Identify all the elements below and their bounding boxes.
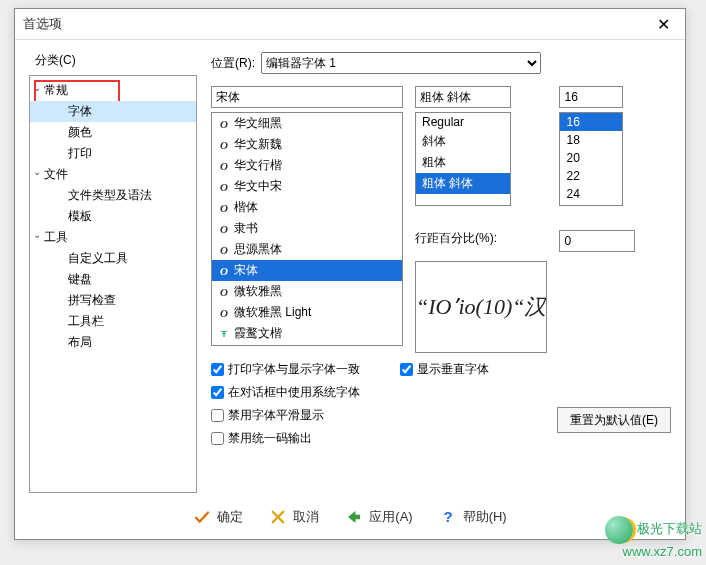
ok-button[interactable]: 确定 xyxy=(193,508,243,526)
check-icon xyxy=(193,508,211,526)
opentype-font-icon: O xyxy=(218,307,230,319)
category-tree[interactable]: ⌄常规字体颜色打印⌄文件文件类型及语法模板⌄工具自定义工具键盘拼写检查工具栏布局 xyxy=(29,75,197,493)
truetype-font-icon: Ŧ xyxy=(218,329,230,339)
tree-item-label: 字体 xyxy=(68,104,92,118)
dialog-button-bar: 确定 取消 应用(A) ? 帮助(H) xyxy=(15,492,685,536)
font-style-listbox[interactable]: Regular斜体粗体粗体 斜体 xyxy=(415,112,511,206)
tree-item[interactable]: 模板 xyxy=(30,206,196,227)
line-spacing-label: 行距百分比(%): xyxy=(415,230,497,247)
cancel-button[interactable]: 取消 xyxy=(269,508,319,526)
location-select[interactable]: 编辑器字体 1 xyxy=(261,52,541,74)
font-size-input[interactable] xyxy=(559,86,623,108)
tree-twisty-icon[interactable]: ⌄ xyxy=(32,166,42,177)
tree-item-label: 文件类型及语法 xyxy=(68,188,152,202)
opentype-font-icon: O xyxy=(218,181,230,193)
tree-twisty-icon[interactable]: ⌄ xyxy=(32,229,42,240)
apply-button[interactable]: 应用(A) xyxy=(345,508,412,526)
font-list-item[interactable]: O华文细黑 xyxy=(212,113,402,134)
tree-item-label: 拼写检查 xyxy=(68,293,116,307)
question-icon: ? xyxy=(439,508,457,526)
size-list-item[interactable]: 18 xyxy=(560,131,622,149)
size-list-item[interactable]: 22 xyxy=(560,167,622,185)
font-list-item[interactable]: O华文中宋 xyxy=(212,176,402,197)
checkbox-row[interactable]: 禁用字体平滑显示 xyxy=(211,404,360,427)
tree-item[interactable]: 布局 xyxy=(30,332,196,353)
help-button[interactable]: ? 帮助(H) xyxy=(439,508,507,526)
font-list-item[interactable]: O新宋体 xyxy=(212,344,402,346)
tree-item-label: 打印 xyxy=(68,146,92,160)
tree-item[interactable]: 键盘 xyxy=(30,269,196,290)
font-list-item[interactable]: Ŧ霞鹜文楷 xyxy=(212,323,402,344)
tree-item[interactable]: ⌄工具 xyxy=(30,227,196,248)
tree-item[interactable]: 拼写检查 xyxy=(30,290,196,311)
tree-item[interactable]: 颜色 xyxy=(30,122,196,143)
opentype-font-icon: O xyxy=(218,160,230,172)
checkbox[interactable] xyxy=(400,363,413,376)
tree-item[interactable]: ⌄文件 xyxy=(30,164,196,185)
style-list-item[interactable]: 斜体 xyxy=(416,131,510,152)
font-listbox[interactable]: O华文细黑O华文新魏O华文行楷O华文中宋O楷体O隶书O思源黑体O宋体O微软雅黑O… xyxy=(211,112,403,346)
opentype-font-icon: O xyxy=(218,265,230,277)
font-list-item[interactable]: O宋体 xyxy=(212,260,402,281)
tree-twisty-icon[interactable]: ⌄ xyxy=(32,82,42,93)
location-label: 位置(R): xyxy=(211,55,255,72)
font-list-item[interactable]: O楷体 xyxy=(212,197,402,218)
font-preview: “IOʼio(10)“汉 xyxy=(415,261,547,353)
tree-item-label: 自定义工具 xyxy=(68,251,128,265)
style-list-item[interactable]: 粗体 斜体 xyxy=(416,173,510,194)
checkbox[interactable] xyxy=(211,363,224,376)
apply-arrow-icon xyxy=(345,508,363,526)
checkbox[interactable] xyxy=(211,409,224,422)
tree-item-label: 键盘 xyxy=(68,272,92,286)
font-input[interactable] xyxy=(211,86,403,108)
checkbox-row[interactable]: 显示垂直字体 xyxy=(400,358,671,381)
tree-item[interactable]: 文件类型及语法 xyxy=(30,185,196,206)
tree-item[interactable]: 自定义工具 xyxy=(30,248,196,269)
font-list-item[interactable]: O微软雅黑 Light xyxy=(212,302,402,323)
font-list-item[interactable]: O华文新魏 xyxy=(212,134,402,155)
reset-defaults-button[interactable]: 重置为默认值(E) xyxy=(557,407,671,433)
tree-item[interactable]: 打印 xyxy=(30,143,196,164)
checkbox-row[interactable]: 禁用统一码输出 xyxy=(211,427,360,450)
font-list-item[interactable]: O微软雅黑 xyxy=(212,281,402,302)
tree-item-label: 常规 xyxy=(44,83,68,97)
opentype-font-icon: O xyxy=(218,286,230,298)
size-list-item[interactable]: 24 xyxy=(560,185,622,203)
font-style-input[interactable] xyxy=(415,86,511,108)
tree-item-label: 模板 xyxy=(68,209,92,223)
checkbox-row[interactable]: 打印字体与显示字体一致 xyxy=(211,358,360,381)
font-list-item[interactable]: O华文行楷 xyxy=(212,155,402,176)
size-list-item[interactable]: 20 xyxy=(560,149,622,167)
tree-item[interactable]: ⌄常规 xyxy=(30,80,196,101)
tree-item-label: 工具 xyxy=(44,230,68,244)
font-list-item[interactable]: O思源黑体 xyxy=(212,239,402,260)
style-list-item[interactable]: 粗体 xyxy=(416,152,510,173)
tree-item-label: 布局 xyxy=(68,335,92,349)
font-size-listbox[interactable]: 1618202224 xyxy=(559,112,623,206)
opentype-font-icon: O xyxy=(218,202,230,214)
opentype-font-icon: O xyxy=(218,118,230,130)
style-list-item[interactable]: Regular xyxy=(416,113,510,131)
opentype-font-icon: O xyxy=(218,139,230,151)
dialog-title: 首选项 xyxy=(23,15,649,33)
font-list-item[interactable]: O隶书 xyxy=(212,218,402,239)
tree-item[interactable]: 工具栏 xyxy=(30,311,196,332)
cross-icon xyxy=(269,508,287,526)
tree-item-label: 颜色 xyxy=(68,125,92,139)
tree-item-label: 工具栏 xyxy=(68,314,104,328)
opentype-font-icon: O xyxy=(218,223,230,235)
size-list-item[interactable]: 16 xyxy=(560,113,622,131)
close-button[interactable]: ✕ xyxy=(649,15,677,34)
category-label: 分类(C) xyxy=(35,52,197,69)
checkbox[interactable] xyxy=(211,432,224,445)
titlebar: 首选项 ✕ xyxy=(15,9,685,40)
preferences-dialog: 首选项 ✕ 分类(C) ⌄常规字体颜色打印⌄文件文件类型及语法模板⌄工具自定义工… xyxy=(14,8,686,540)
tree-item[interactable]: 字体 xyxy=(30,101,196,122)
checkbox[interactable] xyxy=(211,386,224,399)
svg-text:?: ? xyxy=(443,508,452,525)
opentype-font-icon: O xyxy=(218,244,230,256)
checkbox-row[interactable]: 在对话框中使用系统字体 xyxy=(211,381,360,404)
tree-item-label: 文件 xyxy=(44,167,68,181)
line-spacing-input[interactable] xyxy=(559,230,635,252)
